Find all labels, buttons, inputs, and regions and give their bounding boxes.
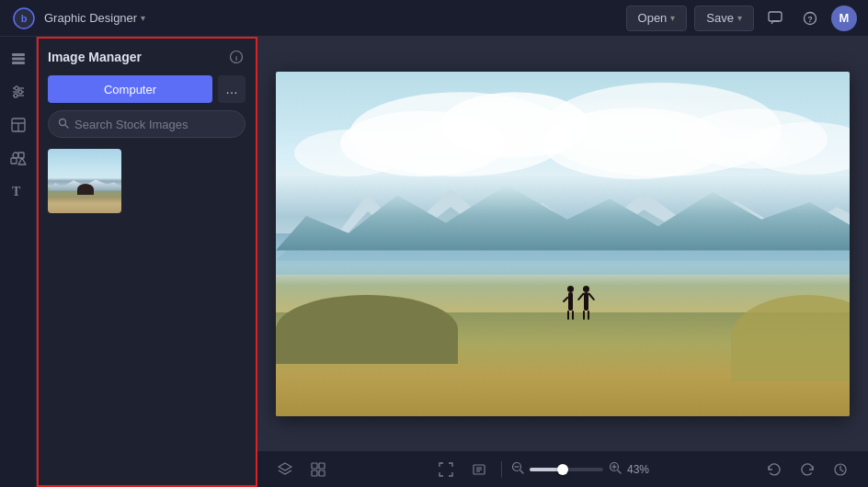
svg-rect-37 [312,463,317,469]
svg-point-30 [542,108,726,179]
svg-text:T: T [12,185,21,198]
svg-point-28 [441,92,588,157]
panel-actions: Computer … [48,75,246,103]
svg-point-29 [542,83,782,176]
svg-rect-39 [312,470,317,476]
svg-point-11 [18,90,22,94]
topbar-actions: Open ▾ Save ▾ ? M [626,5,857,32]
history-button[interactable] [828,457,853,482]
app-logo[interactable]: b [11,6,37,31]
svg-point-9 [15,86,18,90]
svg-point-31 [680,109,828,169]
svg-text:i: i [235,54,237,62]
canvas-hill [276,295,458,364]
svg-point-24 [60,119,66,125]
bottom-right-actions [761,457,853,482]
user-avatar[interactable]: M [831,6,857,31]
redo-button[interactable] [794,457,820,482]
svg-point-33 [294,130,405,176]
grid-toggle-button[interactable] [305,457,331,482]
sidebar-adjustments-button[interactable] [4,77,33,107]
search-stock-label: Search Stock Images [74,118,188,131]
open-button[interactable]: Open ▾ [626,6,688,31]
svg-rect-40 [319,470,325,476]
app-name-dropdown[interactable]: Graphic Designer ▾ [44,11,145,25]
app-name-chevron: ▾ [141,13,145,23]
icon-sidebar: T [0,37,37,487]
zoom-in-button[interactable] [609,461,622,477]
svg-line-25 [65,125,68,128]
sidebar-layout-button[interactable] [4,110,33,140]
canvas-photo [276,72,850,416]
svg-point-17 [13,153,18,158]
divider [501,461,502,478]
open-chevron-icon: ▾ [670,13,675,23]
image-manager-panel: Image Manager i Computer … Search Stock [37,37,257,487]
svg-point-13 [14,94,17,97]
svg-rect-2 [769,12,782,21]
zoom-slider[interactable] [530,468,603,471]
svg-rect-6 [12,58,25,61]
search-stock-container[interactable]: Search Stock Images [48,110,246,138]
svg-point-26 [349,92,570,176]
more-options-button[interactable]: … [218,75,246,103]
layers-toggle-button[interactable] [272,457,298,482]
bottom-center-actions: 43% [433,457,659,482]
help-icon-button[interactable]: ? [796,5,824,32]
chat-icon-button[interactable] [761,5,789,32]
svg-text:b: b [21,13,28,24]
sidebar-shapes-button[interactable] [4,143,33,173]
panel-info-button[interactable]: i [227,48,246,66]
undo-button[interactable] [761,457,787,482]
bottom-toolbar: 43% [257,450,868,487]
save-chevron-icon: ▾ [737,13,742,23]
svg-marker-19 [18,158,26,164]
svg-rect-5 [12,53,25,56]
svg-text:?: ? [807,15,813,24]
sidebar-text-button[interactable]: T [4,176,33,206]
search-icon [58,118,69,131]
svg-line-51 [618,470,621,473]
canvas-area: 43% [257,37,868,487]
panel-title: Image Manager [48,50,142,64]
bottom-left-actions [272,457,331,482]
computer-button[interactable]: Computer [48,75,212,103]
image-grid [48,149,246,213]
sidebar-layers-button[interactable] [4,44,33,74]
panel-header: Image Manager i [48,48,246,66]
svg-rect-7 [12,62,25,64]
svg-rect-38 [319,463,325,469]
zoom-out-button[interactable] [511,461,524,477]
canvas-water [276,233,850,275]
svg-rect-20 [11,158,17,164]
app-name-label: Graphic Designer [44,11,137,25]
topbar: b Graphic Designer ▾ Open ▾ Save ▾ ? [0,0,868,37]
save-button[interactable]: Save ▾ [694,6,754,31]
fullscreen-button[interactable] [433,457,459,482]
canvas-image [276,72,850,416]
svg-line-47 [520,470,523,473]
zoom-handle [557,464,568,475]
svg-marker-34 [276,189,850,261]
svg-rect-18 [18,153,24,158]
image-thumbnail[interactable] [48,149,121,213]
thumbnail-preview [48,149,121,213]
zoom-control: 43% [511,461,659,477]
svg-point-32 [745,122,850,175]
canvas-viewport[interactable] [257,37,868,450]
more-dots-icon: … [225,82,238,96]
fit-canvas-button[interactable] [466,457,492,482]
svg-marker-36 [279,463,291,470]
zoom-percent-label: 43% [627,463,659,476]
zoom-track [530,468,559,471]
main-area: T Image Manager i Computer … [0,37,868,487]
svg-point-27 [340,111,506,176]
